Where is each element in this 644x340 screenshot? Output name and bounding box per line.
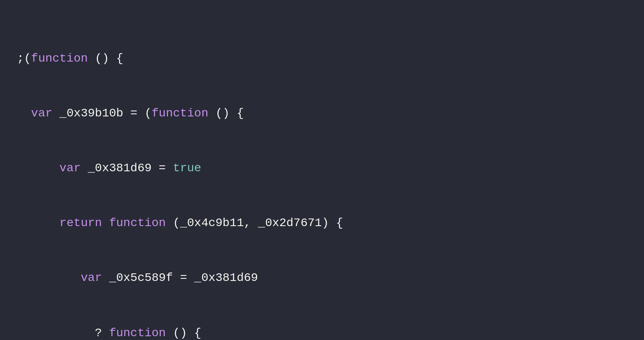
keyword-function-1: function [31, 52, 88, 65]
variable: (_0x4c9b11, _0x2d7671) { [166, 216, 343, 229]
variable: _0x5c589f = _0x381d69 [102, 271, 258, 284]
punctuation: () { [208, 107, 244, 120]
code-line-5: var _0x5c589f = _0x381d69 [17, 269, 627, 287]
keyword-var-2: var [60, 162, 81, 175]
punctuation [102, 216, 109, 229]
code-editor: ;(function () { var _0x39b10b = (functio… [17, 13, 627, 340]
code-line-4: return function (_0x4c9b11, _0x2d7671) { [17, 214, 627, 232]
code-line-6: ? function () { [17, 324, 627, 340]
ternary-op: ? [17, 327, 109, 340]
punctuation [17, 162, 60, 175]
keyword-function-2: function [152, 107, 208, 120]
punctuation [17, 216, 60, 229]
code-line-3: var _0x381d69 = true [17, 159, 627, 177]
punctuation: () { [166, 327, 201, 340]
keyword-function-4: function [109, 327, 165, 340]
keyword-var-1: var [31, 107, 52, 120]
punctuation [17, 271, 81, 284]
value-true: true [173, 162, 201, 175]
variable: _0x39b10b = ( [52, 107, 152, 120]
keyword-return-1: return [60, 216, 102, 229]
keyword-function-3: function [109, 216, 165, 229]
keyword-var-3: var [81, 271, 102, 284]
code-line-1: ;(function () { [17, 49, 627, 67]
punctuation: () { [88, 52, 123, 65]
punctuation [17, 107, 31, 120]
code-line-2: var _0x39b10b = (function () { [17, 104, 627, 122]
punctuation: ;( [17, 52, 31, 65]
variable: _0x381d69 = [81, 162, 173, 175]
